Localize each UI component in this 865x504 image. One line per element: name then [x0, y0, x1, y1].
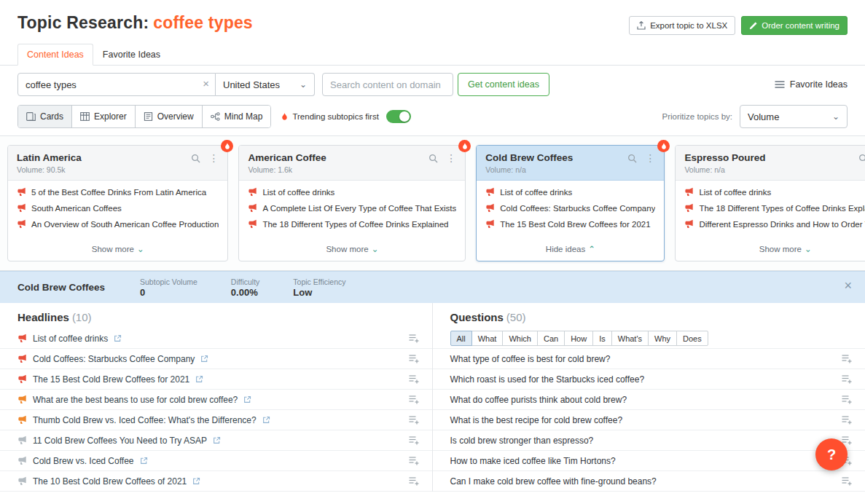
headline-link[interactable]: 11 Cold Brew Coffees You Need to Try ASA…: [33, 436, 207, 446]
headline-link[interactable]: List of coffee drinks: [33, 334, 108, 344]
hide-ideas-button[interactable]: Hide ideas⌃: [477, 240, 664, 261]
question-text[interactable]: Which roast is used for the Starbucks ic…: [450, 374, 645, 385]
kebab-menu-icon[interactable]: ⋮: [208, 154, 219, 163]
show-more-button[interactable]: Show more⌄: [239, 240, 465, 261]
add-to-list-icon[interactable]: [409, 436, 419, 445]
filter-all[interactable]: All: [450, 331, 472, 346]
add-to-list-icon[interactable]: [842, 476, 852, 486]
headline-row: The 10 Best Cold Brew Coffees of 2021: [0, 471, 432, 492]
chevron-down-icon: ⌄: [372, 245, 379, 253]
order-content-writing-button[interactable]: Order content writing: [741, 16, 848, 35]
idea-item[interactable]: List of coffee drinks: [248, 187, 456, 197]
external-link-icon[interactable]: [195, 375, 203, 383]
external-link-icon[interactable]: [200, 355, 208, 363]
question-text[interactable]: What is the best recipe for cold brew co…: [450, 415, 623, 425]
external-link-icon[interactable]: [114, 334, 122, 342]
domain-search-input[interactable]: [322, 73, 453, 96]
question-text[interactable]: What type of coffee is best for cold bre…: [450, 354, 611, 364]
filter-whats[interactable]: What's: [611, 331, 649, 346]
idea-item[interactable]: Cold Coffees: Starbucks Coffee Company: [485, 203, 655, 213]
headline-link[interactable]: Thumb Cold Brew vs. Iced Coffee: What's …: [33, 415, 257, 425]
add-to-list-icon[interactable]: [842, 415, 852, 425]
show-more-button[interactable]: Show more⌄: [8, 240, 227, 261]
add-to-list-icon[interactable]: [409, 476, 419, 486]
tab-favorite-ideas[interactable]: Favorite Ideas: [93, 44, 170, 66]
search-icon[interactable]: [858, 154, 865, 163]
headline-link[interactable]: Cold Brew vs. Iced Coffee: [33, 456, 134, 466]
idea-item[interactable]: The 18 Different Types of Coffee Drinks …: [248, 219, 456, 229]
idea-item[interactable]: List of coffee drinks: [485, 187, 655, 197]
headline-link[interactable]: The 15 Best Cold Brew Coffees for 2021: [33, 374, 189, 385]
view-overview-button[interactable]: Overview: [136, 106, 203, 127]
add-to-list-icon[interactable]: [409, 395, 419, 404]
header-actions: Export topic to XLSX Order content writi…: [629, 16, 848, 35]
add-to-list-icon[interactable]: [409, 334, 419, 343]
filter-what[interactable]: What: [471, 331, 504, 346]
add-to-list-icon[interactable]: [409, 456, 419, 465]
idea-item[interactable]: Different Espresso Drinks and How to Ord…: [684, 219, 865, 229]
question-text[interactable]: Is cold brew stronger than espresso?: [450, 436, 594, 446]
filter-why[interactable]: Why: [648, 331, 677, 346]
favorite-ideas-link[interactable]: Favorite Ideas: [775, 79, 848, 90]
flame-icon: [462, 143, 468, 150]
search-icon[interactable]: [191, 154, 200, 163]
filter-does[interactable]: Does: [676, 331, 708, 346]
add-to-list-icon[interactable]: [409, 354, 419, 363]
idea-item[interactable]: The 18 Different Types of Coffee Drinks …: [684, 203, 865, 213]
view-overview-label: Overview: [157, 111, 194, 122]
view-cards-button[interactable]: Cards: [18, 106, 72, 127]
filter-how[interactable]: How: [564, 331, 593, 346]
filter-which[interactable]: Which: [502, 331, 538, 346]
trending-toggle[interactable]: [386, 110, 411, 123]
add-to-list-icon[interactable]: [842, 395, 852, 404]
headline-link[interactable]: The 10 Best Cold Brew Coffees of 2021: [33, 476, 187, 487]
search-icon[interactable]: [428, 154, 438, 163]
view-mindmap-button[interactable]: Mind Map: [203, 106, 271, 127]
prioritize-select[interactable]: Volume ⌄: [740, 105, 848, 128]
idea-item[interactable]: South American Coffees: [17, 203, 219, 213]
view-explorer-button[interactable]: Explorer: [72, 106, 136, 127]
external-link-icon[interactable]: [192, 477, 200, 485]
filter-can[interactable]: Can: [537, 331, 565, 346]
view-cards-label: Cards: [40, 111, 63, 122]
external-link-icon[interactable]: [140, 457, 148, 465]
help-button[interactable]: ?: [815, 438, 848, 470]
idea-item[interactable]: The 15 Best Cold Brew Coffees for 2021: [485, 219, 655, 229]
external-link-icon[interactable]: [262, 416, 270, 424]
search-icon[interactable]: [627, 154, 637, 163]
external-link-icon[interactable]: [213, 436, 221, 444]
show-more-button[interactable]: Show more⌄: [676, 240, 865, 261]
question-text[interactable]: How to make iced coffee like Tim Hortons…: [450, 456, 616, 466]
country-select[interactable]: United States ⌄: [216, 73, 315, 96]
get-content-ideas-button[interactable]: Get content ideas: [458, 73, 549, 96]
question-row: How to make iced coffee like Tim Hortons…: [433, 451, 865, 471]
favorite-ideas-label: Favorite Ideas: [790, 79, 848, 90]
headline-link[interactable]: What are the best beans to use for cold …: [33, 395, 238, 405]
topic-query-input[interactable]: [17, 73, 216, 96]
idea-item[interactable]: A Complete List Of Every Type of Coffee …: [248, 203, 456, 213]
export-xlsx-button[interactable]: Export topic to XLSX: [629, 16, 735, 35]
clear-query-icon[interactable]: ×: [203, 77, 209, 90]
add-to-list-icon[interactable]: [842, 374, 852, 384]
tab-content-ideas[interactable]: Content Ideas: [17, 44, 93, 66]
external-link-icon[interactable]: [243, 395, 251, 403]
kebab-menu-icon[interactable]: ⋮: [446, 154, 456, 163]
add-to-list-icon[interactable]: [842, 354, 852, 363]
topic-card-latin-america[interactable]: Latin America Volume: 90.5k ⋮ 5 of the B…: [7, 145, 228, 261]
add-to-list-icon[interactable]: [409, 374, 419, 384]
topic-card-american-coffee[interactable]: American Coffee Volume: 1.6k ⋮ List of c…: [238, 145, 466, 261]
question-text[interactable]: What do coffee purists think about cold …: [450, 395, 627, 405]
headline-link[interactable]: Cold Coffees: Starbucks Coffee Company: [33, 354, 195, 364]
add-to-list-icon[interactable]: [409, 415, 419, 425]
filter-is[interactable]: Is: [592, 331, 612, 346]
idea-item[interactable]: List of coffee drinks: [684, 187, 865, 197]
kebab-menu-icon[interactable]: ⋮: [645, 154, 655, 163]
question-text[interactable]: Can I make cold brew coffee with fine-gr…: [450, 476, 657, 487]
megaphone-icon: [17, 187, 26, 197]
close-icon[interactable]: ×: [844, 278, 852, 294]
card-title: American Coffee: [248, 152, 326, 163]
topic-card-cold-brew-coffees[interactable]: Cold Brew Coffees Volume: n/a ⋮ List of …: [476, 145, 665, 261]
idea-item[interactable]: An Overview of South American Coffee Pro…: [17, 219, 219, 229]
topic-card-espresso-poured[interactable]: Espresso Poured Volume: n/a ⋮ List of co…: [675, 145, 865, 261]
idea-item[interactable]: 5 of the Best Coffee Drinks From Latin A…: [17, 187, 219, 197]
